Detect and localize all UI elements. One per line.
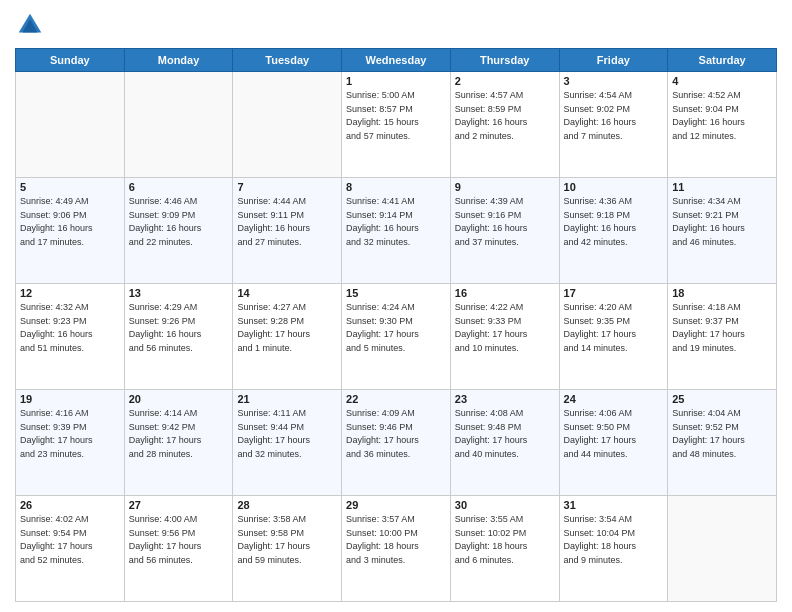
calendar-week-4: 19Sunrise: 4:16 AM Sunset: 9:39 PM Dayli… [16,390,777,496]
day-number: 31 [564,499,664,511]
day-number: 27 [129,499,229,511]
day-info: Sunrise: 4:36 AM Sunset: 9:18 PM Dayligh… [564,195,664,249]
weekday-header-friday: Friday [559,49,668,72]
day-info: Sunrise: 4:46 AM Sunset: 9:09 PM Dayligh… [129,195,229,249]
calendar-body: 1Sunrise: 5:00 AM Sunset: 8:57 PM Daylig… [16,72,777,602]
calendar-cell: 7Sunrise: 4:44 AM Sunset: 9:11 PM Daylig… [233,178,342,284]
day-info: Sunrise: 5:00 AM Sunset: 8:57 PM Dayligh… [346,89,446,143]
calendar-week-1: 1Sunrise: 5:00 AM Sunset: 8:57 PM Daylig… [16,72,777,178]
day-info: Sunrise: 4:27 AM Sunset: 9:28 PM Dayligh… [237,301,337,355]
calendar-cell: 11Sunrise: 4:34 AM Sunset: 9:21 PM Dayli… [668,178,777,284]
day-number: 10 [564,181,664,193]
day-info: Sunrise: 4:22 AM Sunset: 9:33 PM Dayligh… [455,301,555,355]
day-info: Sunrise: 4:34 AM Sunset: 9:21 PM Dayligh… [672,195,772,249]
calendar-cell: 30Sunrise: 3:55 AM Sunset: 10:02 PM Dayl… [450,496,559,602]
day-number: 4 [672,75,772,87]
weekday-header-monday: Monday [124,49,233,72]
day-info: Sunrise: 4:14 AM Sunset: 9:42 PM Dayligh… [129,407,229,461]
day-info: Sunrise: 3:58 AM Sunset: 9:58 PM Dayligh… [237,513,337,567]
weekday-header-sunday: Sunday [16,49,125,72]
calendar-cell: 17Sunrise: 4:20 AM Sunset: 9:35 PM Dayli… [559,284,668,390]
calendar-cell: 10Sunrise: 4:36 AM Sunset: 9:18 PM Dayli… [559,178,668,284]
day-number: 23 [455,393,555,405]
day-info: Sunrise: 4:02 AM Sunset: 9:54 PM Dayligh… [20,513,120,567]
day-number: 7 [237,181,337,193]
logo-icon [15,10,45,40]
day-number: 18 [672,287,772,299]
day-info: Sunrise: 4:24 AM Sunset: 9:30 PM Dayligh… [346,301,446,355]
weekday-header-tuesday: Tuesday [233,49,342,72]
calendar-week-2: 5Sunrise: 4:49 AM Sunset: 9:06 PM Daylig… [16,178,777,284]
calendar-cell: 28Sunrise: 3:58 AM Sunset: 9:58 PM Dayli… [233,496,342,602]
calendar-week-5: 26Sunrise: 4:02 AM Sunset: 9:54 PM Dayli… [16,496,777,602]
day-info: Sunrise: 3:54 AM Sunset: 10:04 PM Daylig… [564,513,664,567]
day-number: 19 [20,393,120,405]
day-number: 14 [237,287,337,299]
day-info: Sunrise: 4:41 AM Sunset: 9:14 PM Dayligh… [346,195,446,249]
calendar-cell: 22Sunrise: 4:09 AM Sunset: 9:46 PM Dayli… [342,390,451,496]
day-info: Sunrise: 4:08 AM Sunset: 9:48 PM Dayligh… [455,407,555,461]
day-number: 9 [455,181,555,193]
calendar-cell: 27Sunrise: 4:00 AM Sunset: 9:56 PM Dayli… [124,496,233,602]
day-info: Sunrise: 4:00 AM Sunset: 9:56 PM Dayligh… [129,513,229,567]
calendar-cell: 21Sunrise: 4:11 AM Sunset: 9:44 PM Dayli… [233,390,342,496]
calendar-cell: 6Sunrise: 4:46 AM Sunset: 9:09 PM Daylig… [124,178,233,284]
day-number: 16 [455,287,555,299]
day-number: 6 [129,181,229,193]
day-number: 11 [672,181,772,193]
calendar-cell: 5Sunrise: 4:49 AM Sunset: 9:06 PM Daylig… [16,178,125,284]
day-number: 25 [672,393,772,405]
calendar-cell: 4Sunrise: 4:52 AM Sunset: 9:04 PM Daylig… [668,72,777,178]
day-number: 20 [129,393,229,405]
day-number: 26 [20,499,120,511]
day-info: Sunrise: 4:06 AM Sunset: 9:50 PM Dayligh… [564,407,664,461]
day-number: 8 [346,181,446,193]
calendar-cell: 25Sunrise: 4:04 AM Sunset: 9:52 PM Dayli… [668,390,777,496]
calendar-cell: 12Sunrise: 4:32 AM Sunset: 9:23 PM Dayli… [16,284,125,390]
calendar-cell: 1Sunrise: 5:00 AM Sunset: 8:57 PM Daylig… [342,72,451,178]
weekday-header-thursday: Thursday [450,49,559,72]
calendar-cell: 18Sunrise: 4:18 AM Sunset: 9:37 PM Dayli… [668,284,777,390]
day-info: Sunrise: 4:54 AM Sunset: 9:02 PM Dayligh… [564,89,664,143]
day-info: Sunrise: 4:20 AM Sunset: 9:35 PM Dayligh… [564,301,664,355]
day-number: 30 [455,499,555,511]
day-number: 13 [129,287,229,299]
calendar-cell: 14Sunrise: 4:27 AM Sunset: 9:28 PM Dayli… [233,284,342,390]
day-info: Sunrise: 4:57 AM Sunset: 8:59 PM Dayligh… [455,89,555,143]
day-info: Sunrise: 3:55 AM Sunset: 10:02 PM Daylig… [455,513,555,567]
calendar-week-3: 12Sunrise: 4:32 AM Sunset: 9:23 PM Dayli… [16,284,777,390]
weekday-header-saturday: Saturday [668,49,777,72]
day-number: 15 [346,287,446,299]
day-number: 29 [346,499,446,511]
day-info: Sunrise: 4:49 AM Sunset: 9:06 PM Dayligh… [20,195,120,249]
day-info: Sunrise: 4:52 AM Sunset: 9:04 PM Dayligh… [672,89,772,143]
day-info: Sunrise: 4:18 AM Sunset: 9:37 PM Dayligh… [672,301,772,355]
day-number: 5 [20,181,120,193]
calendar-cell: 9Sunrise: 4:39 AM Sunset: 9:16 PM Daylig… [450,178,559,284]
calendar-table: SundayMondayTuesdayWednesdayThursdayFrid… [15,48,777,602]
calendar-cell: 15Sunrise: 4:24 AM Sunset: 9:30 PM Dayli… [342,284,451,390]
calendar-cell: 23Sunrise: 4:08 AM Sunset: 9:48 PM Dayli… [450,390,559,496]
calendar-cell: 20Sunrise: 4:14 AM Sunset: 9:42 PM Dayli… [124,390,233,496]
header [15,10,777,40]
day-number: 2 [455,75,555,87]
calendar-cell [124,72,233,178]
weekday-header-wednesday: Wednesday [342,49,451,72]
calendar-cell: 31Sunrise: 3:54 AM Sunset: 10:04 PM Dayl… [559,496,668,602]
day-info: Sunrise: 3:57 AM Sunset: 10:00 PM Daylig… [346,513,446,567]
logo [15,10,49,40]
day-number: 24 [564,393,664,405]
calendar-cell: 8Sunrise: 4:41 AM Sunset: 9:14 PM Daylig… [342,178,451,284]
calendar-cell: 24Sunrise: 4:06 AM Sunset: 9:50 PM Dayli… [559,390,668,496]
calendar-cell: 19Sunrise: 4:16 AM Sunset: 9:39 PM Dayli… [16,390,125,496]
day-number: 3 [564,75,664,87]
calendar-cell: 26Sunrise: 4:02 AM Sunset: 9:54 PM Dayli… [16,496,125,602]
day-info: Sunrise: 4:09 AM Sunset: 9:46 PM Dayligh… [346,407,446,461]
calendar-cell: 2Sunrise: 4:57 AM Sunset: 8:59 PM Daylig… [450,72,559,178]
day-number: 28 [237,499,337,511]
calendar-cell: 29Sunrise: 3:57 AM Sunset: 10:00 PM Dayl… [342,496,451,602]
calendar-cell [668,496,777,602]
calendar-cell: 13Sunrise: 4:29 AM Sunset: 9:26 PM Dayli… [124,284,233,390]
day-info: Sunrise: 4:29 AM Sunset: 9:26 PM Dayligh… [129,301,229,355]
calendar-cell: 3Sunrise: 4:54 AM Sunset: 9:02 PM Daylig… [559,72,668,178]
